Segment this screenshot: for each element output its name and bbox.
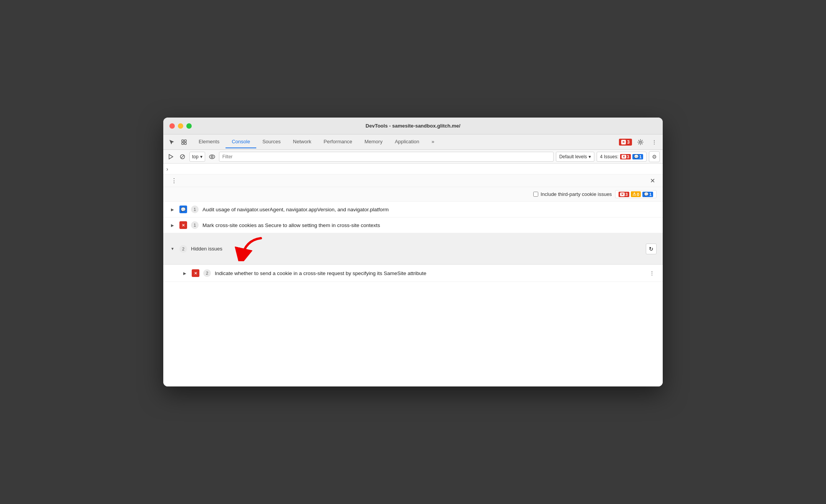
hidden-issues-row: ▼ 2 Hidden issues ↻	[163, 233, 663, 265]
mini-badges: ✕ 3 ⚠ 0 💬 1	[615, 190, 657, 198]
tab-console[interactable]: Console	[226, 136, 256, 148]
errors-badge: ✕ 3	[619, 139, 632, 146]
issues-header-bar: Include third-party cookie issues ✕ 3 ⚠ …	[163, 187, 663, 202]
sub-issue-expand-icon[interactable]: ▶	[182, 270, 188, 276]
titlebar: DevTools - samesite-sandbox.glitch.me/	[163, 118, 663, 134]
issues-error-icon: ✕	[622, 155, 626, 159]
mini-error-badge: ✕ 3	[619, 192, 629, 197]
svg-rect-0	[182, 140, 184, 142]
console-toolbar: top ▾ Default levels ▾ 4 Issues: ✕ 3 💬 1…	[163, 150, 663, 164]
devtools-window: DevTools - samesite-sandbox.glitch.me/ E…	[163, 118, 663, 386]
svg-rect-3	[184, 143, 186, 144]
tabs-right: ✕ 3 ⋮	[619, 137, 660, 148]
third-party-label: Include third-party cookie issues	[541, 191, 612, 197]
issues-header-right: Include third-party cookie issues ✕ 3 ⚠ …	[533, 190, 657, 198]
mini-info-badge: 💬 1	[642, 192, 653, 197]
hidden-issues-count: 2	[179, 245, 187, 253]
tab-elements[interactable]: Elements	[192, 136, 226, 148]
close-button[interactable]	[169, 123, 175, 129]
svg-marker-5	[169, 154, 173, 159]
svg-point-8	[209, 155, 215, 159]
issue-1-expand-icon[interactable]: ▶	[169, 206, 176, 212]
issues-label: 4 Issues:	[600, 154, 619, 159]
block-icon[interactable]	[178, 152, 187, 161]
hidden-issues-expand-icon[interactable]: ▼	[169, 246, 176, 252]
svg-point-4	[640, 141, 642, 143]
issues-panel-more-icon[interactable]: ⋮	[169, 176, 179, 185]
sub-issue-text: Indicate whether to send a cookie in a c…	[215, 270, 644, 276]
issue-row-2[interactable]: ▶ ✕ 1 Mark cross-site cookies as Secure …	[163, 217, 663, 233]
issue-2-count: 1	[191, 221, 199, 229]
layers-icon[interactable]	[179, 137, 189, 148]
issues-badge[interactable]: 4 Issues: ✕ 3 💬 1	[597, 152, 647, 162]
mini-error-icon: ✕	[620, 192, 625, 196]
mini-warn-icon: ⚠	[632, 192, 636, 197]
mini-warn-count: 0	[637, 192, 639, 197]
tabs-bar: Elements Console Sources Network Perform…	[163, 134, 663, 150]
issue-2-type-icon: ✕	[179, 221, 187, 229]
issue-1-count: 1	[191, 206, 199, 213]
cursor-icon[interactable]	[166, 137, 177, 148]
issues-error-badge: ✕ 3	[620, 154, 631, 159]
tab-performance[interactable]: Performance	[317, 136, 358, 148]
tab-memory[interactable]: Memory	[358, 136, 389, 148]
third-party-checkbox[interactable]	[533, 192, 538, 197]
default-levels-label: Default levels	[559, 154, 587, 159]
third-party-checkbox-label[interactable]: Include third-party cookie issues	[533, 191, 612, 197]
svg-rect-1	[184, 140, 186, 142]
console-arrow-row: ›	[163, 164, 663, 174]
issues-info-badge: 💬 1	[632, 154, 643, 159]
issue-2-text: Mark cross-site cookies as Secure to all…	[202, 222, 657, 228]
eye-icon[interactable]	[207, 152, 217, 161]
mini-info-icon: 💬	[644, 192, 649, 196]
sub-issue-row-1[interactable]: ▶ ✕ 2 Indicate whether to send a cookie …	[163, 265, 663, 282]
tab-network[interactable]: Network	[287, 136, 318, 148]
tab-application[interactable]: Application	[389, 136, 426, 148]
svg-point-9	[211, 156, 213, 158]
chevron-down-icon: ▾	[200, 154, 202, 159]
sub-issue-type-icon: ✕	[192, 269, 199, 277]
issue-2-expand-icon[interactable]: ▶	[169, 222, 176, 228]
traffic-lights	[169, 123, 192, 129]
main-content: › ⋮ ✕ Include third-party cookie issues …	[163, 164, 663, 386]
tab-icons	[166, 137, 189, 148]
top-selector[interactable]: top ▾	[189, 152, 205, 162]
hidden-issues-label: Hidden issues	[191, 246, 222, 252]
issues-gear-icon[interactable]: ⚙	[649, 151, 660, 162]
mini-error-count: 3	[625, 192, 628, 197]
issue-1-text: Audit usage of navigator.userAgent, navi…	[202, 207, 657, 212]
top-label: top	[192, 154, 199, 159]
window-title: DevTools - samesite-sandbox.glitch.me/	[366, 123, 461, 129]
svg-line-7	[181, 155, 184, 158]
minimize-button[interactable]	[178, 123, 183, 129]
chevron-down-icon-2: ▾	[589, 154, 591, 159]
more-options-icon[interactable]: ⋮	[649, 137, 660, 148]
hidden-issues-refresh-icon[interactable]: ↻	[646, 244, 657, 254]
svg-rect-2	[182, 143, 184, 144]
error-icon-sm: ✕	[621, 140, 626, 144]
play-icon[interactable]	[166, 152, 176, 161]
error-count: 3	[627, 139, 630, 145]
mini-info-count: 1	[649, 192, 652, 197]
mini-warn-badge: ⚠ 0	[631, 191, 641, 197]
issues-error-count: 3	[627, 154, 629, 159]
default-levels-selector[interactable]: Default levels ▾	[556, 152, 594, 162]
close-issues-icon[interactable]: ✕	[649, 177, 657, 184]
issues-info-icon: 💬	[634, 154, 639, 159]
filter-input[interactable]	[219, 152, 554, 162]
issues-info-count: 1	[639, 154, 642, 159]
tab-sources[interactable]: Sources	[256, 136, 287, 148]
sub-issue-count: 2	[203, 269, 211, 277]
console-chevron-right[interactable]: ›	[166, 166, 168, 172]
tabs-container: Elements Console Sources Network Perform…	[192, 136, 619, 148]
settings-icon[interactable]	[635, 137, 646, 148]
issue-1-type-icon: 💬	[179, 206, 187, 213]
fullscreen-button[interactable]	[186, 123, 192, 129]
issue-row-1[interactable]: ▶ 💬 1 Audit usage of navigator.userAgent…	[163, 202, 663, 217]
sub-issue-more-icon[interactable]: ⋮	[647, 269, 657, 278]
annotation-arrow	[234, 236, 265, 261]
tab-more[interactable]: »	[425, 136, 440, 148]
